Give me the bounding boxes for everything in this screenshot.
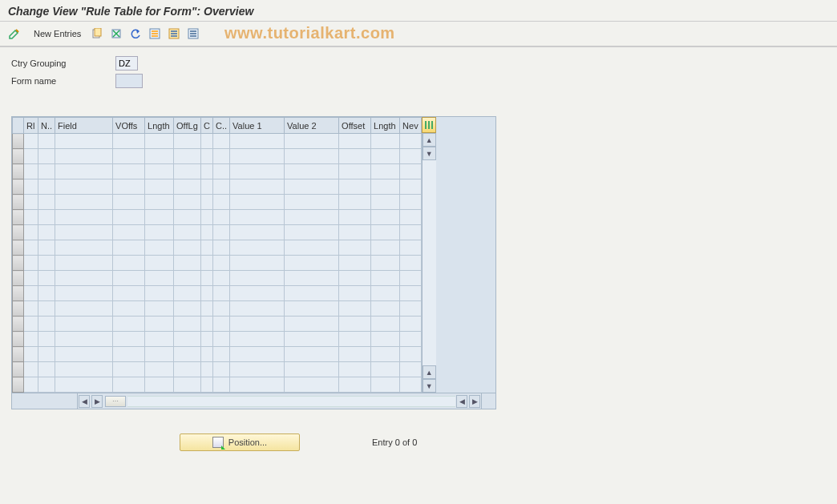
cell[interactable] [38, 240, 55, 256]
cell[interactable] [145, 317, 174, 332]
cell[interactable] [213, 179, 230, 195]
cell[interactable] [371, 164, 400, 179]
table-row[interactable] [13, 164, 422, 179]
cell[interactable] [38, 301, 55, 317]
cell[interactable] [174, 225, 201, 240]
cell[interactable] [230, 377, 285, 393]
cell[interactable] [24, 317, 38, 332]
cell[interactable] [230, 179, 285, 195]
table-row[interactable] [13, 347, 422, 362]
header-new[interactable]: Nev [400, 118, 422, 134]
cell[interactable] [400, 256, 422, 271]
cell[interactable] [339, 134, 371, 149]
cell[interactable] [339, 362, 371, 377]
cell[interactable] [24, 134, 38, 149]
cell[interactable] [145, 225, 174, 240]
cell[interactable] [174, 301, 201, 317]
cell[interactable] [174, 286, 201, 301]
cell[interactable] [174, 377, 201, 393]
cell[interactable] [285, 149, 339, 164]
cell[interactable] [371, 134, 400, 149]
row-selector[interactable] [13, 301, 24, 317]
cell[interactable] [201, 134, 213, 149]
cell[interactable] [145, 332, 174, 347]
vertical-scrollbar[interactable]: ▲ ▼ ▲ ▼ [422, 133, 436, 393]
cell[interactable] [213, 347, 230, 362]
cell[interactable] [285, 210, 339, 225]
select-block-icon[interactable] [166, 26, 182, 42]
cell[interactable] [400, 149, 422, 164]
cell[interactable] [38, 377, 55, 393]
cell[interactable] [55, 377, 113, 393]
cell[interactable] [285, 195, 339, 210]
cell[interactable] [230, 332, 285, 347]
cell[interactable] [213, 377, 230, 393]
cell[interactable] [230, 317, 285, 332]
cell[interactable] [371, 271, 400, 286]
cell[interactable] [230, 271, 285, 286]
cell[interactable] [285, 256, 339, 271]
cell[interactable] [371, 195, 400, 210]
cell[interactable] [230, 240, 285, 256]
cell[interactable] [145, 164, 174, 179]
cell[interactable] [201, 271, 213, 286]
cell[interactable] [38, 271, 55, 286]
cell[interactable] [38, 195, 55, 210]
hscroll-thumb[interactable]: ⋯ [105, 396, 126, 407]
cell[interactable] [371, 225, 400, 240]
cell[interactable] [113, 225, 145, 240]
table-config-button[interactable] [422, 117, 436, 133]
cell[interactable] [400, 271, 422, 286]
table-row[interactable] [13, 271, 422, 286]
cell[interactable] [339, 149, 371, 164]
row-selector[interactable] [13, 164, 24, 179]
cell[interactable] [213, 225, 230, 240]
cell[interactable] [339, 164, 371, 179]
header-val1[interactable]: Value 1 [230, 118, 285, 134]
cell[interactable] [230, 149, 285, 164]
header-rl[interactable]: Rl [24, 118, 38, 134]
table-row[interactable] [13, 195, 422, 210]
cell[interactable] [55, 271, 113, 286]
cell[interactable] [339, 377, 371, 393]
cell[interactable] [213, 195, 230, 210]
scroll-up-icon[interactable]: ▲ [423, 133, 436, 147]
row-selector[interactable] [13, 286, 24, 301]
cell[interactable] [113, 134, 145, 149]
cell[interactable] [213, 240, 230, 256]
cell[interactable] [213, 149, 230, 164]
hscroll-right1-icon[interactable]: ▶ [91, 395, 103, 408]
hscroll-track[interactable] [127, 396, 455, 407]
cell[interactable] [145, 271, 174, 286]
cell[interactable] [38, 164, 55, 179]
table-row[interactable] [13, 362, 422, 377]
cell[interactable] [145, 210, 174, 225]
table-row[interactable] [13, 240, 422, 256]
cell[interactable] [113, 377, 145, 393]
cell[interactable] [113, 347, 145, 362]
scroll-down-icon[interactable]: ▼ [423, 379, 436, 393]
cell[interactable] [371, 317, 400, 332]
cell[interactable] [213, 210, 230, 225]
form-name-input[interactable] [115, 74, 143, 88]
cell[interactable] [55, 317, 113, 332]
cell[interactable] [285, 317, 339, 332]
header-offset[interactable]: Offset [339, 118, 371, 134]
cell[interactable] [201, 377, 213, 393]
cell[interactable] [38, 347, 55, 362]
table-row[interactable] [13, 317, 422, 332]
cell[interactable] [400, 377, 422, 393]
scroll-up2-icon[interactable]: ▼ [423, 147, 436, 160]
cell[interactable] [339, 347, 371, 362]
cell[interactable] [24, 210, 38, 225]
cell[interactable] [400, 362, 422, 377]
ctry-grouping-input[interactable] [115, 56, 138, 71]
row-selector[interactable] [13, 225, 24, 240]
cell[interactable] [174, 347, 201, 362]
row-selector[interactable] [13, 134, 24, 149]
cell[interactable] [213, 317, 230, 332]
cell[interactable] [285, 301, 339, 317]
cell[interactable] [400, 195, 422, 210]
horizontal-scrollbar[interactable]: ◀ ▶ ⋯ ◀ ▶ [12, 393, 495, 409]
header-c1[interactable]: C [201, 118, 213, 134]
